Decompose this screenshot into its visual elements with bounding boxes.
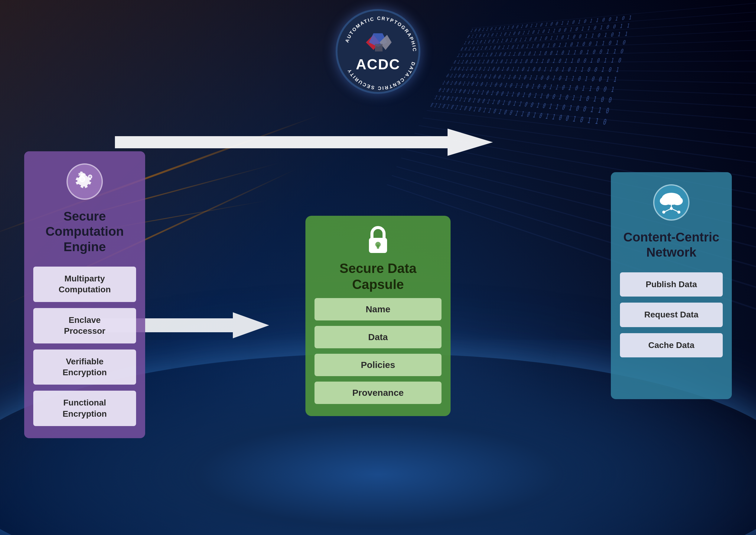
content-centric-network-panel: Content-Centric Network Publish Data Req… (611, 172, 732, 399)
content-centric-title: Content-Centric Network (623, 230, 719, 260)
left-item-multiparty: Multiparty Computation (33, 267, 136, 302)
secure-data-capsule-panel: Secure Data Capsule Name Data Policies P… (306, 216, 450, 416)
acdc-circle: AUTOMATIC CRYPTOGRAPHIC DATA-CENTRIC SEC… (336, 9, 420, 94)
svg-rect-18 (662, 201, 680, 205)
right-item-cache: Cache Data (620, 333, 723, 357)
computation-icon-circle (67, 163, 103, 200)
capsule-title: Secure Data Capsule (339, 261, 417, 293)
center-area: Secure Data Capsule Name Data Policies P… (145, 125, 611, 416)
lock-icon-container (363, 225, 393, 255)
right-item-publish: Publish Data (620, 272, 723, 296)
left-item-verifiable: Verifiable Encryption (33, 350, 136, 385)
cloud-icon (656, 190, 687, 214)
network-icon-circle (653, 184, 689, 221)
secure-computation-panel: Secure Computation Engine Multiparty Com… (24, 151, 145, 438)
acdc-ring-svg: AUTOMATIC CRYPTOGRAPHIC DATA-CENTRIC SEC… (338, 11, 422, 96)
capsule-item-policies: Policies (314, 354, 442, 376)
svg-line-22 (664, 209, 671, 212)
svg-rect-14 (377, 244, 379, 249)
acdc-logo: AUTOMATIC CRYPTOGRAPHIC DATA-CENTRIC SEC… (336, 9, 420, 94)
svg-text:AUTOMATIC CRYPTOGRAPHIC: AUTOMATIC CRYPTOGRAPHIC (344, 16, 417, 52)
secure-computation-title: Secure Computation Engine (46, 209, 124, 255)
left-item-enclave: Enclave Processor (33, 308, 136, 344)
svg-point-11 (89, 176, 91, 178)
capsule-item-data: Data (314, 326, 442, 348)
capsule-item-name: Name (314, 298, 442, 321)
lock-icon (366, 226, 390, 255)
svg-line-23 (671, 209, 679, 212)
svg-text:DATA-CENTRIC SECURITY: DATA-CENTRIC SECURITY (346, 61, 416, 91)
right-item-request: Request Data (620, 303, 723, 327)
left-item-functional: Functional Encryption (33, 391, 136, 426)
gear-icon (72, 169, 97, 194)
capsule-item-provenance: Provenance (314, 381, 442, 404)
